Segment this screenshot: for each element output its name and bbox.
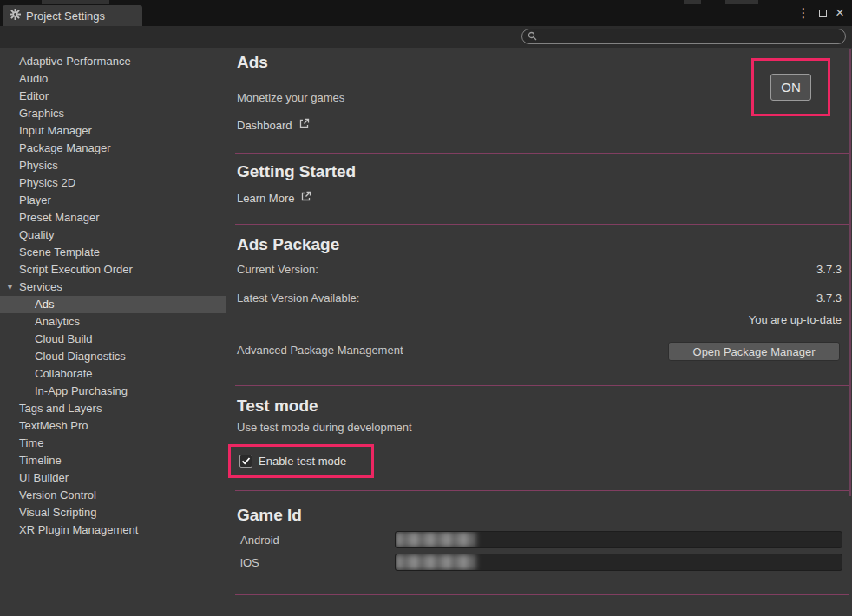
checkbox-check-icon [241,456,251,466]
project-settings-window: Project Settings ⋮ × Adaptive Performanc… [0,0,852,616]
sidebar-item-player[interactable]: Player [0,192,226,209]
kebab-menu-icon: ⋮ [797,5,810,21]
foldout-arrow-icon[interactable]: ▼ [6,279,14,296]
open-package-manager-button[interactable]: Open Package Manager [668,342,840,361]
sidebar-item-audio[interactable]: Audio [0,70,226,88]
sidebar-item-label: Player [19,193,51,206]
sidebar-item-label: Timeline [19,454,62,467]
right-edge-strip [849,49,851,496]
up-to-date-status: You are up-to-date [749,313,842,326]
sidebar-item-version-control[interactable]: Version Control [0,487,226,504]
sidebar-item-services[interactable]: ▼Services [0,279,226,296]
sidebar-item-label: Ads [35,298,54,311]
sidebar-item-physics[interactable]: Physics [0,157,226,174]
close-button[interactable]: × [833,5,847,21]
annotation-highlight-on: ON [751,58,830,116]
sidebar-item-label: Version Control [19,488,96,501]
section-title-getting-started: Getting Started [237,162,356,181]
ios-game-id-label: iOS [240,556,259,569]
ads-subtitle: Monetize your games [237,91,344,104]
dashboard-link[interactable]: Dashboard [237,118,310,132]
section-title-game-id: Game Id [237,506,302,525]
section-title-ads-package: Ads Package [237,235,339,254]
sidebar-item-label: Package Manager [19,141,111,154]
section-divider [235,224,849,225]
section-divider [235,385,849,386]
sidebar-item-ui-builder[interactable]: UI Builder [0,469,226,487]
sidebar-item-label: Visual Scripting [19,506,96,519]
sidebar-item-label: Preset Manager [19,211,100,224]
sidebar-item-quality[interactable]: Quality [0,226,226,244]
sidebar-item-label: Analytics [35,315,80,328]
sidebar-item-label: Adaptive Performance [19,55,131,68]
gear-icon [10,9,21,23]
search-box[interactable] [521,29,846,44]
sidebar-item-input-manager[interactable]: Input Manager [0,122,226,140]
sidebar-item-label: Audio [19,72,48,85]
sidebar-item-visual-scripting[interactable]: Visual Scripting [0,504,226,521]
sidebar-item-label: Script Execution Order [19,263,133,276]
background-window-remnant [42,0,109,4]
search-icon [528,29,537,44]
sidebar-item-preset-manager[interactable]: Preset Manager [0,209,226,226]
sidebar-item-cloud-diagnostics[interactable]: Cloud Diagnostics [0,348,226,365]
sidebar-item-label: Services [19,280,62,293]
redacted-value [396,554,475,570]
sidebar-item-textmesh-pro[interactable]: TextMesh Pro [0,417,226,435]
learn-more-link[interactable]: Learn More [237,191,311,205]
maximize-button[interactable] [816,5,829,21]
sidebar-item-timeline[interactable]: Timeline [0,452,226,469]
sidebar-item-time[interactable]: Time [0,435,226,452]
sidebar-item-editor[interactable]: Editor [0,88,226,105]
sidebar-item-scene-template[interactable]: Scene Template [0,244,226,261]
sidebar-item-label: Physics [19,159,58,172]
android-game-id-label: Android [240,534,279,547]
learn-more-link-label: Learn More [237,192,294,205]
sidebar-item-label: Cloud Diagnostics [35,350,126,363]
external-link-icon [300,191,311,205]
settings-category-list: Adaptive Performance Audio Editor Graphi… [0,48,226,616]
search-input[interactable] [541,30,827,43]
latest-version-value: 3.7.3 [816,292,842,305]
sidebar-item-xr-plugin-management[interactable]: XR Plugin Management [0,521,226,539]
sidebar-item-label: Tags and Layers [19,402,102,415]
sidebar-item-ads[interactable]: Ads [0,296,226,313]
ads-on-toggle-button[interactable]: ON [770,74,811,101]
section-title-test-mode: Test mode [237,396,318,416]
sidebar-item-in-app-purchasing[interactable]: In-App Purchasing [0,383,226,400]
close-icon: × [836,4,844,22]
sidebar-item-package-manager[interactable]: Package Manager [0,140,226,157]
sidebar-item-collaborate[interactable]: Collaborate [0,365,226,383]
background-window-remnant [684,0,701,4]
sidebar-item-analytics[interactable]: Analytics [0,313,226,331]
current-version-label: Current Version: [237,263,318,276]
sidebar-item-tags-and-layers[interactable]: Tags and Layers [0,400,226,417]
enable-test-mode-checkbox[interactable] [239,455,252,468]
enable-test-mode-label: Enable test mode [259,455,346,468]
sidebar-item-label: Physics 2D [19,176,75,189]
tab-title: Project Settings [26,10,105,23]
sidebar-item-label: Input Manager [19,124,92,137]
title-bar: Project Settings ⋮ × [0,0,852,26]
sidebar-item-label: In-App Purchasing [35,384,128,397]
sidebar-item-label: TextMesh Pro [19,419,88,432]
sidebar-item-label: Editor [19,89,49,102]
android-game-id-field[interactable] [395,531,842,548]
tab-project-settings[interactable]: Project Settings [3,5,142,26]
sidebar-item-cloud-build[interactable]: Cloud Build [0,331,226,348]
window-menu-button[interactable]: ⋮ [796,5,810,21]
sidebar-item-graphics[interactable]: Graphics [0,105,226,122]
maximize-icon [819,10,827,17]
sidebar-item-physics-2d[interactable]: Physics 2D [0,174,226,192]
dashboard-link-label: Dashboard [237,119,292,132]
ads-settings-panel: Ads ON Monetize your games Dashboard Get… [226,48,852,616]
redacted-value [396,532,475,547]
sidebar-item-adaptive-performance[interactable]: Adaptive Performance [0,53,226,70]
advanced-package-management-label: Advanced Package Management [237,344,403,357]
sidebar-item-label: Quality [19,228,54,241]
section-divider [235,153,849,154]
sidebar-item-label: Graphics [19,107,64,120]
sidebar-item-script-execution-order[interactable]: Script Execution Order [0,261,226,279]
ios-game-id-field[interactable] [395,554,842,571]
sidebar-item-label: Cloud Build [35,332,93,345]
